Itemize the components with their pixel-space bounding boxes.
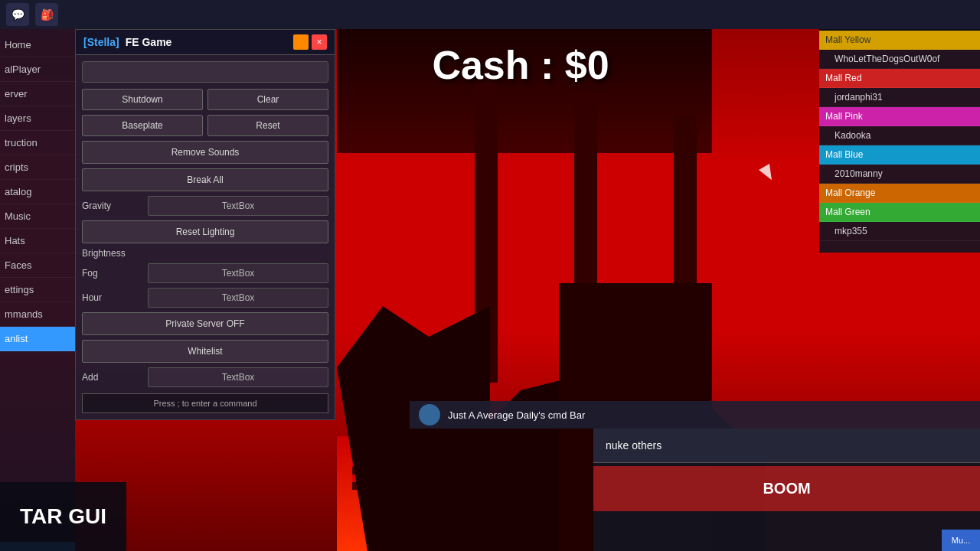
sidebar-item-catalog[interactable]: atalog: [0, 180, 75, 204]
nuke-boom-button[interactable]: BOOM: [593, 466, 980, 511]
private-server-button[interactable]: Private Server OFF: [82, 312, 328, 335]
sidebar-item-music[interactable]: Music: [0, 204, 75, 229]
fog-row: Fog TextBox: [82, 263, 328, 283]
remove-sounds-button[interactable]: Remove Sounds: [82, 141, 328, 164]
sidebar-item-hats[interactable]: Hats: [0, 229, 75, 253]
player-entry-kadooka[interactable]: Kadooka: [819, 126, 980, 145]
panel-minimize-button[interactable]: [293, 34, 309, 50]
panel-header: [Stella] FE Game ×: [76, 30, 335, 55]
main-panel: [Stella] FE Game × Shutdown Clear Basepl…: [75, 29, 335, 420]
team-orange-entry[interactable]: Mall Orange: [819, 184, 980, 203]
fog-label: Fog: [82, 268, 143, 279]
chat-icon[interactable]: 💬: [6, 3, 29, 26]
inventory-icon[interactable]: 🎒: [35, 3, 58, 26]
clear-button[interactable]: Clear: [207, 89, 328, 110]
gravity-label: Gravity: [82, 201, 143, 211]
sidebar-item-layers[interactable]: layers: [0, 106, 75, 131]
team-yellow-entry[interactable]: Mall Yellow: [819, 31, 980, 50]
sidebar-item-banlist[interactable]: anlist: [0, 327, 75, 351]
fog-textbox[interactable]: TextBox: [148, 263, 328, 283]
cmd-bar-title: Just A Average Daily's cmd Bar: [448, 409, 585, 421]
gui-label: TAR GUI: [20, 504, 106, 529]
sidebar-item-alplayer[interactable]: alPlayer: [0, 57, 75, 82]
sidebar-item-server[interactable]: erver: [0, 82, 75, 106]
panel-content: Shutdown Clear Baseplate Reset Remove So…: [76, 55, 335, 419]
sidebar-item-faces[interactable]: Faces: [0, 253, 75, 278]
add-label: Add: [82, 372, 143, 383]
panel-close-button[interactable]: ×: [312, 34, 327, 50]
team-pink-entry[interactable]: Mall Pink: [819, 107, 980, 126]
sidebar-item-construction[interactable]: truction: [0, 131, 75, 155]
team-red-entry[interactable]: Mall Red: [819, 69, 980, 88]
nuke-popup: nuke others BOOM: [593, 429, 980, 551]
sidebar-item-scripts[interactable]: cripts: [0, 155, 75, 180]
player-entry-jordanphi31[interactable]: jordanphi31: [819, 88, 980, 107]
player-entry-2010manny[interactable]: 2010manny: [819, 165, 980, 184]
sidebar-item-commands[interactable]: mmands: [0, 302, 75, 327]
command-hint[interactable]: Press ; to enter a command: [82, 393, 328, 413]
shutdown-clear-row: Shutdown Clear: [82, 89, 328, 110]
nuke-input[interactable]: nuke others: [593, 429, 980, 463]
cash-display: Cash : $0: [337, 42, 704, 88]
team-blue-entry[interactable]: Mall Blue: [819, 145, 980, 165]
hour-label: Hour: [82, 292, 143, 303]
shutdown-button[interactable]: Shutdown: [82, 89, 203, 110]
baseplate-button[interactable]: Baseplate: [82, 115, 203, 136]
sidebar-item-home[interactable]: Home: [0, 33, 75, 57]
panel-title-stella: [Stella]: [83, 36, 119, 48]
gravity-row: Gravity TextBox: [82, 196, 328, 216]
add-row: Add TextBox: [82, 367, 328, 387]
bottom-gui: TAR GUI: [0, 482, 126, 551]
panel-title-fe: FE Game: [126, 36, 172, 48]
reset-button[interactable]: Reset: [207, 115, 328, 136]
brightness-label: Brightness: [82, 248, 143, 259]
panel-search-bar: [82, 61, 328, 83]
sidebar-item-settings[interactable]: ettings: [0, 278, 75, 302]
cmd-avatar: [419, 404, 440, 425]
reset-lighting-button[interactable]: Reset Lighting: [82, 220, 328, 243]
break-all-button[interactable]: Break All: [82, 168, 328, 191]
left-sidebar: Home alPlayer erver layers truction crip…: [0, 29, 75, 551]
cmd-bar: Just A Average Daily's cmd Bar: [410, 401, 980, 429]
brightness-row: Brightness: [82, 248, 328, 259]
add-textbox[interactable]: TextBox: [148, 367, 328, 387]
music-button[interactable]: Mu...: [942, 530, 980, 551]
player-entry-wholethedogs[interactable]: WhoLetTheDogsOutW0of: [819, 50, 980, 69]
hour-row: Hour TextBox: [82, 288, 328, 308]
baseplate-reset-row: Baseplate Reset: [82, 115, 328, 136]
hour-textbox[interactable]: TextBox: [148, 288, 328, 308]
gravity-textbox[interactable]: TextBox: [148, 196, 328, 216]
whitelist-button[interactable]: Whitelist: [82, 340, 328, 363]
team-green-entry[interactable]: Mall Green: [819, 203, 980, 222]
player-list: Kadooka Account: 13+ Mall Yellow WhoLetT…: [819, 0, 980, 253]
taskbar: 💬 🎒: [0, 0, 980, 29]
player-entry-mkp355[interactable]: mkp355: [819, 222, 980, 241]
